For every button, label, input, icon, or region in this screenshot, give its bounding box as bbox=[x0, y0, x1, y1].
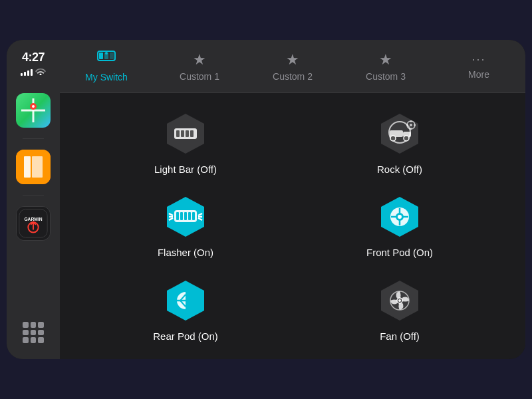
svg-rect-41 bbox=[188, 212, 191, 220]
app-maps[interactable] bbox=[16, 93, 51, 128]
star-icon-3: ★ bbox=[379, 51, 392, 68]
tab-my-switch[interactable]: My Switch bbox=[60, 40, 153, 92]
tab-bar: My Switch ★ Custom 1 ★ Custom 2 ★ Custom… bbox=[60, 40, 525, 93]
grid-icon bbox=[23, 322, 44, 343]
svg-rect-23 bbox=[190, 130, 194, 137]
time-display: 4:27 bbox=[22, 51, 45, 65]
main-content: My Switch ★ Custom 1 ★ Custom 2 ★ Custom… bbox=[60, 40, 525, 359]
switch-front-pod[interactable]: Front Pod (On) bbox=[295, 194, 504, 258]
tab-more[interactable]: ··· More bbox=[432, 40, 525, 92]
status-icons bbox=[21, 67, 46, 77]
app-books[interactable] bbox=[16, 150, 51, 184]
svg-rect-22 bbox=[186, 130, 189, 137]
wifi-icon bbox=[35, 67, 46, 77]
flasher-label: Flasher (On) bbox=[158, 247, 213, 258]
sidebar: 4:27 bbox=[7, 40, 60, 359]
svg-rect-7 bbox=[32, 156, 43, 178]
front-pod-label: Front Pod (On) bbox=[366, 247, 433, 258]
switch-tab-icon bbox=[97, 51, 116, 69]
sidebar-divider bbox=[23, 138, 43, 139]
svg-rect-59 bbox=[186, 292, 187, 309]
svg-point-28 bbox=[390, 136, 396, 141]
svg-text:GARMIN: GARMIN bbox=[24, 217, 42, 221]
rock-icon bbox=[376, 110, 423, 157]
flasher-icon bbox=[162, 194, 209, 240]
svg-point-31 bbox=[410, 124, 412, 126]
sidebar-divider2 bbox=[23, 195, 43, 196]
tab-custom2[interactable]: ★ Custom 2 bbox=[246, 40, 339, 92]
svg-point-63 bbox=[398, 299, 401, 302]
svg-rect-16 bbox=[110, 53, 114, 59]
svg-rect-40 bbox=[184, 212, 187, 220]
tab-custom2-label: Custom 2 bbox=[273, 71, 313, 82]
tab-custom3-label: Custom 3 bbox=[366, 71, 406, 82]
rear-pod-label: Rear Pod (On) bbox=[153, 331, 218, 342]
tab-custom3[interactable]: ★ Custom 3 bbox=[339, 40, 432, 92]
svg-rect-20 bbox=[176, 130, 180, 137]
svg-point-17 bbox=[105, 52, 108, 55]
sidebar-apps: GARMIN bbox=[16, 93, 51, 322]
switch-flasher[interactable]: Flasher (On) bbox=[81, 194, 290, 258]
tab-custom1-label: Custom 1 bbox=[180, 71, 219, 82]
light-bar-icon bbox=[162, 110, 209, 157]
tab-more-label: More bbox=[468, 69, 489, 80]
tab-custom1[interactable]: ★ Custom 1 bbox=[153, 40, 246, 92]
svg-point-54 bbox=[398, 215, 402, 219]
signal-icon bbox=[21, 69, 33, 76]
tab-my-switch-label: My Switch bbox=[85, 72, 128, 82]
svg-rect-38 bbox=[176, 212, 179, 220]
app-garmin[interactable]: GARMIN bbox=[16, 206, 51, 241]
rear-pod-icon bbox=[162, 277, 209, 324]
svg-rect-21 bbox=[181, 130, 184, 137]
home-button[interactable] bbox=[23, 322, 44, 343]
front-pod-icon bbox=[376, 194, 423, 240]
more-dots-icon: ··· bbox=[471, 53, 485, 66]
switches-grid: Light Bar (Off) bbox=[60, 93, 525, 359]
rock-label: Rock (Off) bbox=[377, 164, 422, 175]
svg-point-29 bbox=[404, 136, 409, 141]
svg-rect-14 bbox=[99, 53, 103, 59]
svg-rect-42 bbox=[192, 212, 195, 220]
star-icon-1: ★ bbox=[193, 51, 206, 68]
device-frame: 4:27 bbox=[7, 40, 525, 359]
svg-rect-6 bbox=[24, 156, 31, 178]
svg-point-4 bbox=[32, 105, 35, 108]
light-bar-label: Light Bar (Off) bbox=[154, 164, 217, 175]
switch-rock[interactable]: Rock (Off) bbox=[295, 110, 504, 175]
fan-label: Fan (Off) bbox=[380, 331, 420, 342]
switch-rear-pod[interactable]: Rear Pod (On) bbox=[81, 277, 290, 342]
star-icon-2: ★ bbox=[286, 51, 299, 68]
status-bar: 4:27 bbox=[7, 51, 60, 77]
switch-fan[interactable]: Fan (Off) bbox=[295, 277, 504, 342]
svg-rect-39 bbox=[180, 212, 183, 220]
fan-icon bbox=[376, 277, 423, 324]
switch-light-bar[interactable]: Light Bar (Off) bbox=[81, 110, 290, 175]
